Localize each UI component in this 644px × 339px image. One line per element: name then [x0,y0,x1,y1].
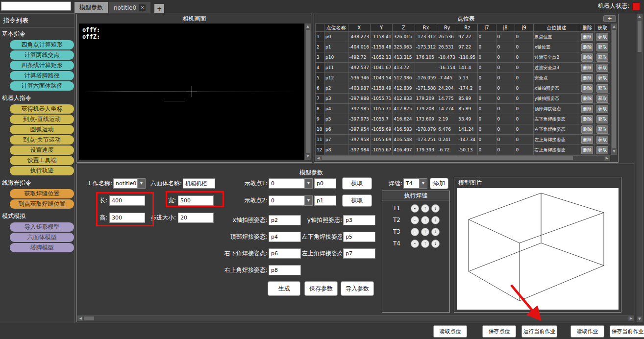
get-point-button[interactable]: 获取 [596,136,608,144]
quick-command-input[interactable] [1,1,71,11]
import-params-button[interactable]: 导入参数 [341,281,374,296]
scroll-left-icon[interactable]: ◀ [316,156,321,161]
scroll-thumb[interactable] [612,30,616,148]
teach-point1-input[interactable]: p0 [314,178,336,189]
generate-button[interactable]: 生成 [268,281,300,296]
save-current-job-button[interactable]: 保存当前作业 [610,325,644,338]
save-points-button[interactable]: 保存点位 [482,325,516,338]
scroll-right-icon[interactable]: ▶ [628,316,634,321]
get-point-button[interactable]: 获取 [596,33,608,41]
get-point-button[interactable]: 获取 [596,95,608,103]
move-seam-down-button[interactable]: ↓ [431,228,440,236]
camera-scrollbar[interactable]: ▲ ▼ [305,24,311,160]
move-seam-down-button[interactable]: ↓ [431,240,440,248]
delete-point-button[interactable]: 删除 [581,43,593,51]
get-point-button[interactable]: 获取 [596,74,608,82]
command-button[interactable]: 设置工具端 [10,156,74,165]
tab-model-params[interactable]: 模型参数 [74,2,108,13]
command-button[interactable]: 计算两线交点 [10,50,74,60]
get-point-button[interactable]: 获取 [596,43,608,51]
get-point-button[interactable]: 获取 [596,84,608,93]
get-teach-point2-button[interactable]: 获取 [342,194,372,207]
command-button[interactable]: 四角点计算矩形 [10,40,74,49]
move-seam-down-button[interactable]: ↓ [431,204,440,213]
command-button[interactable]: 到点-直线运动 [10,115,74,124]
get-teach-point1-button[interactable]: 获取 [342,177,372,190]
scroll-down-icon[interactable]: ▼ [305,154,310,159]
remove-seam-button[interactable]: - [411,228,419,236]
remove-seam-button[interactable]: - [411,216,419,224]
add-point-button[interactable]: + [603,15,616,22]
delete-point-button[interactable]: 删除 [581,33,593,41]
pose-input[interactable]: p2 [269,215,301,225]
get-point-button[interactable]: 获取 [596,105,608,113]
delete-point-button[interactable]: 删除 [581,74,593,82]
table-scrollbar-vertical[interactable]: ▲ ▼ [611,24,617,155]
scroll-up-icon[interactable]: ▲ [637,14,642,20]
hexahedron-name-input[interactable]: 机箱机柜 [183,178,215,189]
remove-seam-button[interactable]: - [411,240,419,248]
command-button[interactable]: 塔脚模型 [10,243,74,252]
width-input[interactable]: 500 [178,195,214,206]
pose-input[interactable]: p6 [269,248,301,259]
scroll-down-icon[interactable]: ▼ [612,149,617,154]
delete-point-button[interactable]: 删除 [581,84,593,93]
lower-scrollbar-horizontal[interactable]: ◀ ▶ [77,315,634,321]
delete-point-button[interactable]: 删除 [581,146,593,154]
command-button[interactable]: 获取焊缝位置 [10,189,74,198]
save-params-button[interactable]: 保存参数 [304,281,338,296]
teach-point2-select[interactable]: 0 ▼ [269,195,313,206]
page-scrollbar-vertical[interactable]: ▲ ▼ [637,14,643,322]
add-seam-button[interactable]: 添加 [430,178,448,189]
delete-point-button[interactable]: 删除 [581,105,593,113]
command-button[interactable]: 到点获取焊缝位置 [10,199,74,209]
scroll-left-icon[interactable]: ◀ [78,316,83,321]
run-current-job-button[interactable]: 运行当前作业 [521,325,557,338]
weld-seam-select[interactable]: T4 ▼ [403,178,427,189]
pose-input[interactable]: p7 [343,248,375,259]
command-button[interactable]: 圆弧运动 [10,125,74,134]
get-point-button[interactable]: 获取 [596,125,608,134]
add-tab-button[interactable]: + [154,4,164,13]
read-job-button[interactable]: 读取作业 [570,325,604,338]
command-button[interactable]: 执行轨迹 [10,166,74,175]
command-button[interactable]: 获得机器人坐标 [10,104,74,114]
scroll-thumb[interactable] [306,30,310,153]
delete-point-button[interactable]: 删除 [581,64,593,72]
job-name-select[interactable]: notitle0 ▼ [113,178,146,189]
command-button[interactable]: 导入矩形模型 [10,222,74,232]
pose-input[interactable]: p5 [343,232,375,242]
scroll-thumb[interactable] [322,156,573,160]
remove-seam-button[interactable]: - [411,204,419,213]
delete-point-button[interactable]: 删除 [581,95,593,103]
table-scrollbar-horizontal[interactable]: ◀ ▶ [315,155,610,161]
length-input[interactable]: 400 [109,195,145,206]
teach-point1-select[interactable]: 0 ▼ [269,178,313,189]
teach-point2-input[interactable]: p1 [314,195,336,206]
scroll-thumb[interactable] [84,316,94,320]
command-button[interactable]: 设置速度 [10,145,74,155]
delete-point-button[interactable]: 删除 [581,136,593,144]
read-points-button[interactable]: 读取点位 [433,325,467,338]
delete-point-button[interactable]: 删除 [581,53,593,62]
move-seam-up-button[interactable]: ↑ [421,204,429,213]
get-point-button[interactable]: 获取 [596,115,608,123]
scroll-right-icon[interactable]: ▶ [604,156,610,161]
command-button[interactable]: 计算六面体路径 [10,81,74,91]
get-point-button[interactable]: 获取 [596,146,608,154]
move-seam-up-button[interactable]: ↑ [421,228,429,236]
move-seam-down-button[interactable]: ↓ [431,216,440,224]
move-seam-up-button[interactable]: ↑ [421,216,429,224]
delete-point-button[interactable]: 删除 [581,125,593,134]
command-button[interactable]: 四条线计算矩形 [10,61,74,70]
close-tab-icon[interactable]: × [139,4,146,11]
pose-input[interactable]: p3 [343,215,375,225]
move-seam-up-button[interactable]: ↑ [421,240,429,248]
tab-notitle0[interactable]: notitle0 × [109,2,150,13]
pose-input[interactable]: p8 [269,265,301,275]
scroll-up-icon[interactable]: ▲ [305,24,310,29]
pose-input[interactable]: p4 [269,232,301,242]
scroll-down-icon[interactable]: ▼ [637,316,642,322]
scroll-thumb[interactable] [638,21,642,52]
scroll-up-icon[interactable]: ▲ [612,24,617,29]
